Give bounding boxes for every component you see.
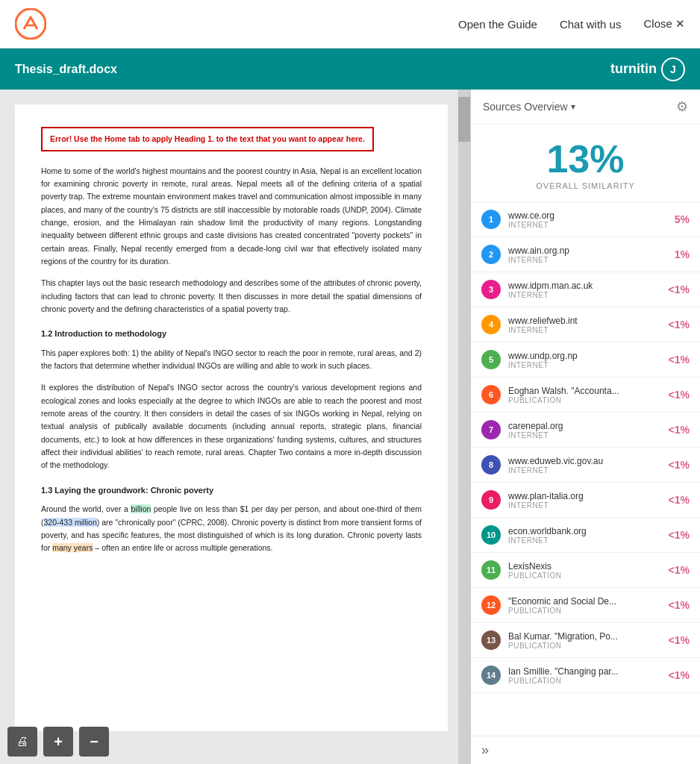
- source-item-3[interactable]: 3www.idpm.man.ac.ukINTERNET<1%: [471, 272, 700, 307]
- source-type-label: PUBLICATION: [508, 642, 663, 650]
- source-item-2[interactable]: 2www.ain.org.npINTERNET1%: [471, 237, 700, 272]
- source-type-label: INTERNET: [508, 326, 663, 334]
- source-number-badge: 13: [481, 630, 501, 650]
- source-type-label: INTERNET: [508, 221, 669, 229]
- scrollbar-thumb[interactable]: [458, 97, 470, 142]
- source-number-badge: 5: [481, 350, 501, 369]
- source-info: www.ce.orgINTERNET: [508, 210, 669, 229]
- source-info: econ.worldbank.orgINTERNET: [508, 526, 663, 545]
- turnitin-name: turnitin: [610, 61, 657, 77]
- source-name-label: carenepal.org: [508, 421, 663, 431]
- source-name-label: www.eduweb.vic.gov.au: [508, 456, 663, 466]
- source-item-6[interactable]: 6Eoghan Walsh. "Accounta...PUBLICATION<1…: [471, 378, 700, 413]
- sources-title-label: Sources Overview: [483, 101, 568, 113]
- turnitin-brand: turnitin J: [610, 57, 685, 81]
- sources-panel: Sources Overview ▾ ⚙ 13% OVERALL SIMILAR…: [470, 90, 700, 764]
- source-number-badge: 2: [481, 245, 501, 264]
- source-item-14[interactable]: 14Ian Smillie. "Changing par...PUBLICATI…: [471, 658, 700, 693]
- zoom-out-button[interactable]: −: [79, 727, 109, 757]
- document-scrollbar[interactable]: [458, 90, 470, 764]
- source-item-11[interactable]: 11LexisNexisPUBLICATION<1%: [471, 553, 700, 588]
- source-item-13[interactable]: 13Bal Kumar. "Migration, Po...PUBLICATIO…: [471, 623, 700, 658]
- source-info: Ian Smillie. "Changing par...PUBLICATION: [508, 666, 663, 685]
- print-button[interactable]: 🖨: [7, 727, 37, 757]
- settings-gear-icon[interactable]: ⚙: [676, 98, 688, 115]
- source-number-badge: 11: [481, 560, 501, 580]
- sources-overview-dropdown[interactable]: Sources Overview ▾: [483, 101, 575, 113]
- source-type-label: PUBLICATION: [508, 396, 663, 404]
- source-info: www.eduweb.vic.gov.auINTERNET: [508, 456, 663, 475]
- heading-1-3: 1.3 Laying the groundwork: Chronic pover…: [41, 484, 422, 498]
- source-name-label: www.ce.org: [508, 210, 669, 221]
- source-percent-label: <1%: [669, 459, 690, 471]
- document-paper: Error! Use the Home tab to apply Heading…: [15, 104, 448, 731]
- paragraph-2: This chapter lays out the basic research…: [41, 277, 422, 316]
- source-percent-label: <1%: [669, 284, 690, 295]
- paragraph-3: This paper explores both: 1) the ability…: [41, 347, 422, 373]
- source-item-10[interactable]: 10econ.worldbank.orgINTERNET<1%: [471, 518, 700, 553]
- overall-similarity-label: OVERALL SIMILARITY: [471, 181, 700, 190]
- similarity-section: 13% OVERALL SIMILARITY: [471, 125, 700, 202]
- svg-point-0: [16, 9, 46, 39]
- source-info: www.ain.org.npINTERNET: [508, 245, 669, 264]
- top-navigation: Open the Guide Chat with us Close ✕: [0, 0, 700, 48]
- source-type-label: INTERNET: [508, 431, 663, 439]
- source-info: LexisNexisPUBLICATION: [508, 561, 663, 580]
- sources-header: Sources Overview ▾ ⚙: [471, 90, 700, 125]
- source-number-badge: 1: [481, 210, 501, 229]
- source-name-label: www.reliefweb.int: [508, 316, 663, 326]
- source-percent-label: 1%: [675, 248, 690, 260]
- close-link[interactable]: Close ✕: [643, 17, 685, 31]
- source-name-label: www.ain.org.np: [508, 245, 669, 256]
- source-item-12[interactable]: 12"Economic and Social De...PUBLICATION<…: [471, 588, 700, 623]
- source-percent-label: <1%: [669, 354, 690, 366]
- source-percent-label: <1%: [669, 494, 690, 506]
- source-item-8[interactable]: 8www.eduweb.vic.gov.auINTERNET<1%: [471, 448, 700, 483]
- source-name-label: www.idpm.man.ac.uk: [508, 281, 663, 291]
- source-name-label: www.undp.org.np: [508, 351, 663, 361]
- source-percent-label: <1%: [669, 599, 690, 611]
- source-number-badge: 8: [481, 455, 501, 475]
- panel-bottom-navigation[interactable]: »: [471, 736, 700, 764]
- source-item-1[interactable]: 1www.ce.orgINTERNET5%: [471, 202, 700, 237]
- source-percent-label: <1%: [669, 319, 690, 331]
- zoom-out-icon: −: [90, 733, 99, 751]
- source-type-label: PUBLICATION: [508, 607, 663, 615]
- source-name-label: LexisNexis: [508, 561, 663, 572]
- source-number-badge: 4: [481, 315, 501, 334]
- source-number-badge: 9: [481, 490, 501, 510]
- highlight-billion: billion: [131, 504, 151, 513]
- source-item-9[interactable]: 9www.plan-italia.orgINTERNET<1%: [471, 483, 700, 518]
- source-item-4[interactable]: 4www.reliefweb.intINTERNET<1%: [471, 307, 700, 342]
- source-percent-label: <1%: [669, 669, 690, 681]
- source-percent-label: <1%: [669, 424, 690, 436]
- source-info: www.idpm.man.ac.ukINTERNET: [508, 281, 663, 299]
- source-number-badge: 7: [481, 420, 501, 439]
- source-type-label: PUBLICATION: [508, 677, 663, 685]
- highlight-duration: many years: [52, 543, 93, 552]
- document-area: Error! Use the Home tab to apply Heading…: [0, 90, 470, 764]
- source-percent-label: <1%: [669, 564, 690, 576]
- source-number-badge: 12: [481, 595, 501, 615]
- source-name-label: econ.worldbank.org: [508, 526, 663, 536]
- paragraph-4: It explores the distribution of Nepal's …: [41, 381, 422, 472]
- source-name-label: Bal Kumar. "Migration, Po...: [508, 631, 663, 642]
- source-item-7[interactable]: 7carenepal.orgINTERNET<1%: [471, 413, 700, 448]
- source-info: "Economic and Social De...PUBLICATION: [508, 596, 663, 615]
- source-type-label: INTERNET: [508, 501, 663, 510]
- source-type-label: INTERNET: [508, 291, 663, 299]
- source-percent-label: <1%: [669, 389, 690, 401]
- source-info: www.plan-italia.orgINTERNET: [508, 491, 663, 510]
- source-type-label: INTERNET: [508, 256, 669, 264]
- print-icon: 🖨: [16, 735, 28, 748]
- zoom-in-icon: +: [54, 733, 63, 751]
- turnitin-icon: J: [661, 57, 685, 81]
- open-guide-link[interactable]: Open the Guide: [458, 18, 537, 31]
- sources-list: 1www.ce.orgINTERNET5%2www.ain.org.npINTE…: [471, 202, 700, 736]
- source-item-5[interactable]: 5www.undp.org.npINTERNET<1%: [471, 342, 700, 378]
- source-percent-label: <1%: [669, 529, 690, 541]
- zoom-in-button[interactable]: +: [43, 727, 73, 757]
- source-info: www.reliefweb.intINTERNET: [508, 316, 663, 334]
- chat-with-us-link[interactable]: Chat with us: [560, 18, 622, 31]
- similarity-percentage: 13%: [471, 140, 700, 178]
